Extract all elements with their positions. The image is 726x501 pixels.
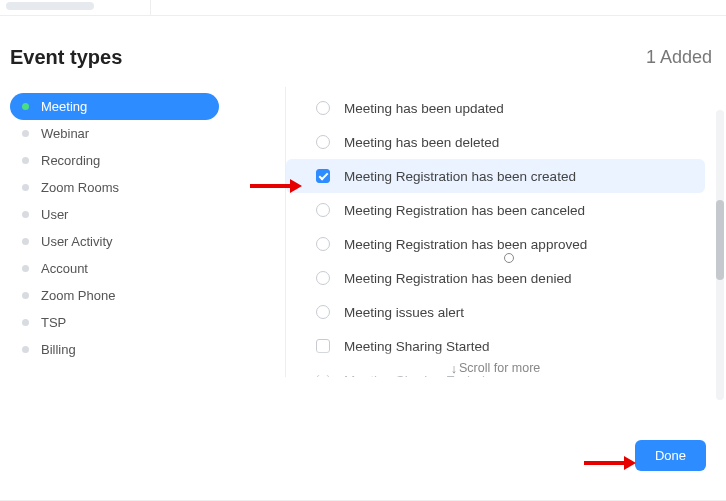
- checkbox-icon[interactable]: [316, 271, 330, 285]
- body: Meeting Webinar Recording Zoom Rooms Use…: [0, 87, 726, 377]
- sidebar-item-label: Zoom Rooms: [41, 180, 119, 195]
- separator: [150, 0, 151, 16]
- sidebar-item-label: Zoom Phone: [41, 288, 115, 303]
- event-label: Meeting Registration has been approved: [344, 237, 587, 252]
- dot-icon: [22, 265, 29, 272]
- done-button[interactable]: Done: [635, 440, 706, 471]
- top-strip: [0, 0, 726, 16]
- annotation-arrow-icon: [584, 455, 636, 471]
- page-title: Event types: [10, 46, 122, 69]
- event-row[interactable]: Meeting Registration has been canceled: [286, 193, 705, 227]
- dot-icon: [22, 157, 29, 164]
- event-label: Meeting Registration has been denied: [344, 271, 571, 286]
- event-label: Meeting Registration has been canceled: [344, 203, 585, 218]
- sidebar-item-billing[interactable]: Billing: [10, 336, 219, 363]
- checkbox-icon[interactable]: [316, 305, 330, 319]
- event-label: Meeting has been deleted: [344, 135, 499, 150]
- event-label: Meeting Sharing Ended: [344, 373, 485, 378]
- sidebar-item-label: Billing: [41, 342, 76, 357]
- checkbox-icon[interactable]: [316, 101, 330, 115]
- checkbox-checked-icon[interactable]: [316, 169, 330, 183]
- event-label: Meeting issues alert: [344, 305, 464, 320]
- event-row[interactable]: Meeting issues alert: [286, 295, 705, 329]
- sidebar-item-label: User Activity: [41, 234, 113, 249]
- sidebar: Meeting Webinar Recording Zoom Rooms Use…: [0, 87, 225, 369]
- sidebar-item-meeting[interactable]: Meeting: [10, 93, 219, 120]
- dot-icon: [22, 238, 29, 245]
- event-label: Meeting Sharing Started: [344, 339, 490, 354]
- sidebar-item-zoom-rooms[interactable]: Zoom Rooms: [10, 174, 219, 201]
- dot-icon: [22, 346, 29, 353]
- sidebar-item-label: Webinar: [41, 126, 89, 141]
- sidebar-item-user-activity[interactable]: User Activity: [10, 228, 219, 255]
- checkbox-icon[interactable]: [316, 339, 330, 353]
- sidebar-item-label: Recording: [41, 153, 100, 168]
- sidebar-item-user[interactable]: User: [10, 201, 219, 228]
- sidebar-item-zoom-phone[interactable]: Zoom Phone: [10, 282, 219, 309]
- dot-icon: [22, 211, 29, 218]
- event-list-panel: Meeting has been updated Meeting has bee…: [285, 87, 705, 377]
- sidebar-item-label: Meeting: [41, 99, 87, 114]
- event-row[interactable]: Meeting Sharing Started: [286, 329, 705, 363]
- event-row[interactable]: Meeting has been deleted: [286, 125, 705, 159]
- sidebar-item-tsp[interactable]: TSP: [10, 309, 219, 336]
- event-row[interactable]: Meeting Registration has been denied: [286, 261, 705, 295]
- sidebar-item-label: Account: [41, 261, 88, 276]
- dot-icon: [22, 184, 29, 191]
- checkbox-icon[interactable]: [316, 203, 330, 217]
- placeholder-pill: [6, 2, 94, 10]
- event-row-selected[interactable]: Meeting Registration has been created: [286, 159, 705, 193]
- sidebar-item-webinar[interactable]: Webinar: [10, 120, 219, 147]
- header: Event types 1 Added: [0, 16, 726, 87]
- checkbox-icon[interactable]: [316, 373, 330, 377]
- checkbox-icon[interactable]: [316, 135, 330, 149]
- dot-icon: [22, 130, 29, 137]
- event-row[interactable]: Meeting has been updated: [286, 91, 705, 125]
- dot-icon: [22, 292, 29, 299]
- event-label: Meeting has been updated: [344, 101, 504, 116]
- dot-icon: [22, 103, 29, 110]
- dot-icon: [22, 319, 29, 326]
- checkbox-icon[interactable]: [316, 237, 330, 251]
- sidebar-item-recording[interactable]: Recording: [10, 147, 219, 174]
- sidebar-item-label: User: [41, 207, 68, 222]
- scrollbar-thumb[interactable]: [716, 200, 724, 280]
- added-count: 1 Added: [646, 47, 712, 68]
- sidebar-item-account[interactable]: Account: [10, 255, 219, 282]
- event-row[interactable]: Meeting Registration has been approved: [286, 227, 705, 261]
- sidebar-item-label: TSP: [41, 315, 66, 330]
- event-row[interactable]: Meeting Sharing Ended: [286, 363, 705, 377]
- event-label: Meeting Registration has been created: [344, 169, 576, 184]
- event-list[interactable]: Meeting has been updated Meeting has bee…: [286, 87, 705, 377]
